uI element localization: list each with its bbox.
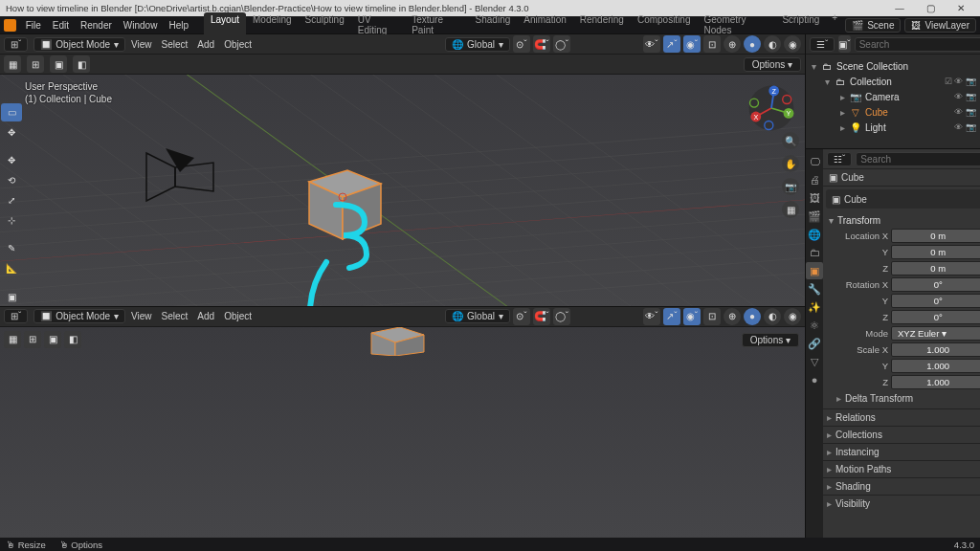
transform-title[interactable]: ▾Transform: [827, 213, 980, 228]
row-toggles[interactable]: ☑ 👁 📷: [945, 77, 976, 86]
orientation-selector[interactable]: 🌐 Global ▾: [445, 37, 510, 52]
menu-help[interactable]: Help: [163, 20, 194, 31]
options-button-2[interactable]: Options ▾: [742, 333, 799, 347]
overlay2-icon-4[interactable]: ◧: [64, 331, 81, 348]
vp-menu-object[interactable]: Object: [224, 39, 252, 50]
vp2-menu-add[interactable]: Add: [197, 311, 214, 321]
section-collections[interactable]: ▸Collections: [823, 426, 980, 443]
visibility-button-2[interactable]: 👁ˇ: [643, 308, 660, 325]
ptab-scene[interactable]: 🎬: [806, 208, 823, 225]
datablock-name[interactable]: ▣ Cube: [826, 189, 980, 209]
rotation-z-input[interactable]: 0°: [891, 310, 980, 324]
scale-x-input[interactable]: 1.000: [891, 342, 980, 357]
row-toggles[interactable]: 👁 📷: [954, 92, 976, 101]
tool-scale[interactable]: ⤢: [1, 191, 22, 209]
ptab-collection[interactable]: 🗀: [806, 244, 823, 261]
overlay-button[interactable]: ◉ˇ: [683, 35, 701, 53]
status-resize[interactable]: 🖱 Resize: [6, 540, 46, 550]
outliner-search-input[interactable]: [855, 37, 980, 52]
maximize-button[interactable]: ▢: [917, 1, 944, 15]
menu-render[interactable]: Render: [75, 20, 118, 31]
overlay-button-2[interactable]: ◉ˇ: [683, 308, 701, 325]
tree-row-collection[interactable]: ▾🗀Collection☑ 👁 📷: [808, 74, 978, 89]
gizmo-button[interactable]: ↗ˇ: [663, 35, 680, 53]
rotation-x-input[interactable]: 0°: [891, 277, 980, 292]
ptab-world[interactable]: 🌐: [806, 226, 823, 243]
options-button[interactable]: Options ▾: [744, 57, 801, 72]
blender-logo-icon[interactable]: [4, 19, 16, 32]
tool-transform[interactable]: ⊹: [1, 211, 22, 230]
vp2-menu-view[interactable]: View: [131, 311, 152, 321]
xray-button-2[interactable]: ⊡: [703, 308, 721, 325]
perspective-button[interactable]: ▦: [782, 201, 799, 218]
ptab-particles[interactable]: ✨: [806, 298, 823, 316]
camera-view-button[interactable]: 📷: [782, 178, 799, 195]
shading-rendered-button-2[interactable]: ◉: [784, 308, 801, 325]
location-z-input[interactable]: 0 m: [891, 261, 980, 276]
section-motion-paths[interactable]: ▸Motion Paths: [823, 460, 980, 477]
ptab-data[interactable]: ▽: [806, 353, 823, 370]
gizmo-button-2[interactable]: ↗ˇ: [663, 308, 680, 325]
viewlayer-selector[interactable]: 🖼 ViewLayer: [904, 18, 976, 33]
section-relations[interactable]: ▸Relations: [823, 408, 980, 426]
row-toggles[interactable]: 👁 📷: [954, 122, 976, 132]
props-search-input[interactable]: [856, 152, 980, 166]
tree-row-cube[interactable]: ▸▽Cube👁 📷: [808, 104, 978, 120]
tool-add-cube[interactable]: ▣: [1, 288, 22, 306]
outliner-editor-type[interactable]: ☰ˇ: [810, 37, 835, 52]
location-x-input[interactable]: 0 m: [891, 229, 980, 243]
ptab-output[interactable]: 🖨: [806, 171, 823, 188]
overlay2-icon-2[interactable]: ⊞: [24, 331, 41, 348]
zoom-button[interactable]: 🔍: [782, 132, 799, 149]
vp2-menu-select[interactable]: Select: [162, 311, 189, 321]
shading-material-button[interactable]: ◐: [764, 35, 781, 53]
overlay2-icon-3[interactable]: ▣: [44, 331, 61, 348]
tree-row-camera[interactable]: ▸📷Camera👁 📷: [808, 89, 978, 104]
scene-selector[interactable]: 🎬 Scene: [845, 18, 901, 33]
scale-z-input[interactable]: 1.000: [891, 375, 980, 389]
section-shading[interactable]: ▸Shading: [823, 477, 980, 495]
overlay2-icon-1[interactable]: ▦: [4, 331, 21, 348]
section-instancing[interactable]: ▸Instancing: [823, 443, 980, 460]
ptab-physics[interactable]: ⚛: [806, 317, 823, 334]
vp2-menu-object[interactable]: Object: [224, 311, 252, 321]
ptab-object[interactable]: ▣: [806, 262, 823, 279]
outliner-filter-icon[interactable]: ▣ˇ: [838, 35, 850, 53]
minimize-button[interactable]: —: [886, 1, 913, 15]
overlay-icon-1[interactable]: ▦: [4, 55, 21, 73]
pan-button[interactable]: ✋: [782, 155, 799, 172]
breadcrumb[interactable]: ▣ Cube📌: [823, 169, 980, 187]
outliner-tree[interactable]: ▾🗀Scene Collection ▾🗀Collection☑ 👁 📷 ▸📷C…: [806, 55, 980, 148]
ptab-modifiers[interactable]: 🔧: [806, 280, 823, 298]
pivot-button-2[interactable]: ⊙ˇ: [513, 308, 530, 325]
viewport-3d[interactable]: ▭ ✥ ✥ ⟲ ⤢ ⊹ ✎ 📐 ▣ User Perspective (1) C…: [0, 75, 805, 306]
tool-move[interactable]: ✥: [1, 151, 22, 169]
section-visibility[interactable]: ▸Visibility: [823, 495, 980, 512]
tool-cursor[interactable]: ✥: [1, 123, 22, 142]
nav-gizmo[interactable]: X Y Z: [746, 82, 797, 134]
close-button[interactable]: ✕: [947, 1, 974, 15]
menu-file[interactable]: File: [20, 20, 47, 31]
pivot-button[interactable]: ⊙ˇ: [513, 35, 530, 53]
editor-type-button-2[interactable]: ⊞ˇ: [4, 309, 28, 323]
status-options[interactable]: 🖱 Options: [59, 540, 102, 550]
xray-button[interactable]: ⊡: [703, 35, 721, 53]
shading-wireframe-button[interactable]: ⊕: [724, 35, 741, 53]
tool-rotate[interactable]: ⟲: [1, 171, 22, 189]
shading-solid-button-2[interactable]: ●: [744, 308, 761, 325]
overlay-icon-3[interactable]: ▣: [50, 55, 67, 73]
menu-edit[interactable]: Edit: [47, 20, 75, 31]
proportional-button[interactable]: ◯ˇ: [553, 35, 570, 53]
camera-object[interactable]: [137, 143, 233, 210]
menu-window[interactable]: Window: [118, 20, 164, 31]
ptab-render[interactable]: 🖵: [806, 153, 823, 170]
tool-select-box[interactable]: ▭: [1, 103, 22, 121]
editor-type-button[interactable]: ⊞ˇ: [4, 37, 28, 52]
rotation-mode-select[interactable]: XYZ Euler ▾: [891, 326, 980, 341]
mode-selector-2[interactable]: 🔲 Object Mode ▾: [33, 309, 125, 323]
orientation-selector-2[interactable]: 🌐 Global ▾: [445, 309, 510, 323]
proportional-button-2[interactable]: ◯ˇ: [553, 308, 570, 325]
ptab-material[interactable]: ●: [806, 371, 823, 388]
row-toggles[interactable]: 👁 📷: [954, 107, 976, 117]
ptab-viewlayer[interactable]: 🖼: [806, 189, 823, 207]
